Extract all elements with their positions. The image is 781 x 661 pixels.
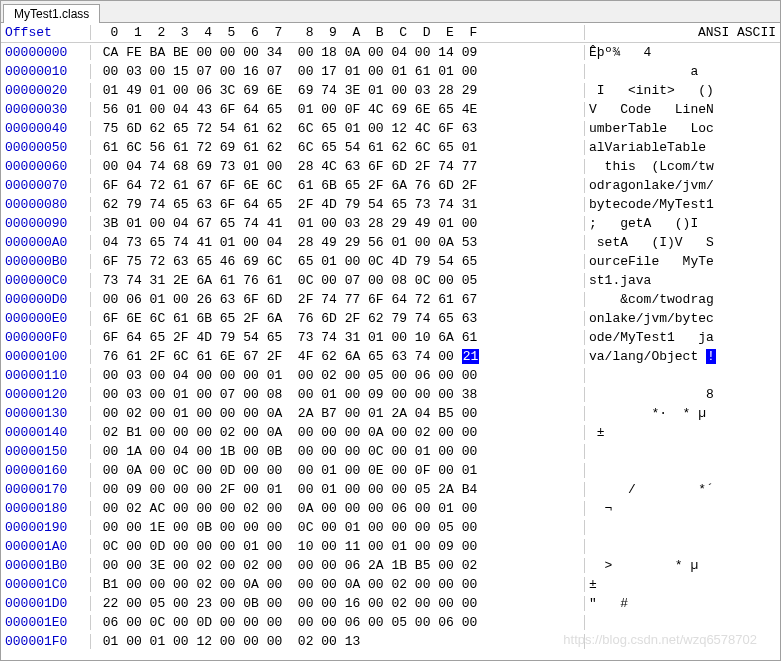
hex-row[interactable]: 000001B0 00 00 3E 00 02 00 02 00 00 00 0… xyxy=(1,556,780,575)
hex-cell[interactable]: B1 00 00 00 02 00 0A 00 00 00 0A 00 02 0… xyxy=(91,577,585,592)
hex-cell[interactable]: 6F 75 72 63 65 46 69 6C 65 01 00 0C 4D 7… xyxy=(91,254,585,269)
ansi-cell[interactable]: " # xyxy=(585,596,780,611)
hex-row[interactable]: 000000B0 6F 75 72 63 65 46 69 6C 65 01 0… xyxy=(1,252,780,271)
hex-cell[interactable]: 6F 64 65 2F 4D 79 54 65 73 74 31 01 00 1… xyxy=(91,330,585,345)
ansi-cell[interactable]: 8 xyxy=(585,387,780,402)
hex-row[interactable]: 000001C0 B1 00 00 00 02 00 0A 00 00 00 0… xyxy=(1,575,780,594)
hex-row[interactable]: 000001E0 06 00 0C 00 0D 00 00 00 00 00 0… xyxy=(1,613,780,632)
ansi-cell[interactable]: ± xyxy=(585,577,780,592)
hex-cell[interactable]: 00 04 74 68 69 73 01 00 28 4C 63 6F 6D 2… xyxy=(91,159,585,174)
hex-cell[interactable]: 04 73 65 74 41 01 00 04 28 49 29 56 01 0… xyxy=(91,235,585,250)
hex-row[interactable]: 00000150 00 1A 00 04 00 1B 00 0B 00 00 0… xyxy=(1,442,780,461)
hex-cell[interactable]: 01 49 01 00 06 3C 69 6E 69 74 3E 01 00 0… xyxy=(91,83,585,98)
hex-row[interactable]: 00000070 6F 64 72 61 67 6F 6E 6C 61 6B 6… xyxy=(1,176,780,195)
ansi-cell[interactable] xyxy=(585,368,780,383)
ansi-cell[interactable]: ± xyxy=(585,425,780,440)
ansi-cell[interactable]: ode/MyTest1 ja xyxy=(585,330,780,345)
ansi-cell[interactable] xyxy=(585,520,780,535)
hex-cell[interactable]: 00 06 01 00 26 63 6F 6D 2F 74 77 6F 64 7… xyxy=(91,292,585,307)
ansi-cell[interactable]: a xyxy=(585,64,780,79)
hex-cell[interactable]: 00 03 00 01 00 07 00 08 00 01 00 09 00 0… xyxy=(91,387,585,402)
hex-cell[interactable]: 22 00 05 00 23 00 0B 00 00 00 16 00 02 0… xyxy=(91,596,585,611)
hex-cell[interactable]: 00 09 00 00 00 2F 00 01 00 01 00 00 00 0… xyxy=(91,482,585,497)
ansi-cell[interactable] xyxy=(585,615,780,630)
hex-row[interactable]: 00000160 00 0A 00 0C 00 0D 00 00 00 01 0… xyxy=(1,461,780,480)
hex-cell[interactable]: 00 00 1E 00 0B 00 00 00 0C 00 01 00 00 0… xyxy=(91,520,585,535)
hex-row[interactable]: 00000060 00 04 74 68 69 73 01 00 28 4C 6… xyxy=(1,157,780,176)
hex-row[interactable]: 00000130 00 02 00 01 00 00 00 0A 2A B7 0… xyxy=(1,404,780,423)
ansi-cell[interactable]: st1.java xyxy=(585,273,780,288)
file-tab[interactable]: MyTest1.class xyxy=(3,4,100,23)
hex-row[interactable]: 000000A0 04 73 65 74 41 01 00 04 28 49 2… xyxy=(1,233,780,252)
hex-row[interactable]: 00000040 75 6D 62 65 72 54 61 62 6C 65 0… xyxy=(1,119,780,138)
ansi-cell[interactable] xyxy=(585,444,780,459)
hex-cell[interactable]: 61 6C 56 61 72 69 61 62 6C 65 54 61 62 6… xyxy=(91,140,585,155)
ansi-cell[interactable]: ¬ xyxy=(585,501,780,516)
hex-row[interactable]: 00000190 00 00 1E 00 0B 00 00 00 0C 00 0… xyxy=(1,518,780,537)
hex-cell[interactable]: 06 00 0C 00 0D 00 00 00 00 00 06 00 05 0… xyxy=(91,615,585,630)
hex-cell[interactable]: 62 79 74 65 63 6F 64 65 2F 4D 79 54 65 7… xyxy=(91,197,585,212)
hex-cell[interactable]: 00 02 AC 00 00 00 02 00 0A 00 00 00 06 0… xyxy=(91,501,585,516)
offset-cell: 00000080 xyxy=(1,197,91,212)
ansi-cell[interactable] xyxy=(585,539,780,554)
ansi-cell[interactable]: alVariableTable xyxy=(585,140,780,155)
hex-cell[interactable]: 73 74 31 2E 6A 61 76 61 0C 00 07 00 08 0… xyxy=(91,273,585,288)
ansi-cell[interactable]: ourceFile MyTe xyxy=(585,254,780,269)
hex-row[interactable]: 00000080 62 79 74 65 63 6F 64 65 2F 4D 7… xyxy=(1,195,780,214)
hex-row[interactable]: 00000000 CA FE BA BE 00 00 00 34 00 18 0… xyxy=(1,43,780,62)
ansi-cell[interactable]: / *´ xyxy=(585,482,780,497)
ansi-cell[interactable]: *· * µ xyxy=(585,406,780,421)
ansi-cell[interactable]: V Code LineN xyxy=(585,102,780,117)
ansi-cell[interactable]: > * µ xyxy=(585,558,780,573)
hex-cell[interactable]: CA FE BA BE 00 00 00 34 00 18 0A 00 04 0… xyxy=(91,45,585,60)
ansi-cell[interactable]: va/lang/Object ! xyxy=(585,349,780,364)
hex-cell[interactable]: 76 61 2F 6C 61 6E 67 2F 4F 62 6A 65 63 7… xyxy=(91,349,585,364)
hex-cell[interactable]: 00 03 00 04 00 00 00 01 00 02 00 05 00 0… xyxy=(91,368,585,383)
ansi-cell[interactable]: &com/twodrag xyxy=(585,292,780,307)
hex-row[interactable]: 000000D0 00 06 01 00 26 63 6F 6D 2F 74 7… xyxy=(1,290,780,309)
offset-cell: 00000070 xyxy=(1,178,91,193)
hex-cell[interactable]: 6F 64 72 61 67 6F 6E 6C 61 6B 65 2F 6A 7… xyxy=(91,178,585,193)
hex-cell[interactable]: 6F 6E 6C 61 6B 65 2F 6A 76 6D 2F 62 79 7… xyxy=(91,311,585,326)
hex-cell[interactable]: 00 03 00 15 07 00 16 07 00 17 01 00 01 6… xyxy=(91,64,585,79)
hex-cell[interactable]: 56 01 00 04 43 6F 64 65 01 00 0F 4C 69 6… xyxy=(91,102,585,117)
hex-row[interactable]: 00000020 01 49 01 00 06 3C 69 6E 69 74 3… xyxy=(1,81,780,100)
hex-row[interactable]: 00000050 61 6C 56 61 72 69 61 62 6C 65 5… xyxy=(1,138,780,157)
ansi-cell[interactable]: setA (I)V S xyxy=(585,235,780,250)
hex-row[interactable]: 000001A0 0C 00 0D 00 00 00 01 00 10 00 1… xyxy=(1,537,780,556)
hex-row[interactable]: 00000100 76 61 2F 6C 61 6E 67 2F 4F 62 6… xyxy=(1,347,780,366)
ansi-cell[interactable]: bytecode/MyTest1 xyxy=(585,197,780,212)
hex-row[interactable]: 00000180 00 02 AC 00 00 00 02 00 0A 00 0… xyxy=(1,499,780,518)
ansi-cell[interactable]: ; getA ()I xyxy=(585,216,780,231)
hex-row[interactable]: 00000170 00 09 00 00 00 2F 00 01 00 01 0… xyxy=(1,480,780,499)
hex-row[interactable]: 00000090 3B 01 00 04 67 65 74 41 01 00 0… xyxy=(1,214,780,233)
ansi-cell[interactable] xyxy=(585,634,780,649)
hex-cell[interactable]: 01 00 01 00 12 00 00 00 02 00 13 xyxy=(91,634,585,649)
hex-row[interactable]: 000000F0 6F 64 65 2F 4D 79 54 65 73 74 3… xyxy=(1,328,780,347)
ansi-cell[interactable]: odragonlake/jvm/ xyxy=(585,178,780,193)
ansi-cell[interactable]: this (Lcom/tw xyxy=(585,159,780,174)
hex-row[interactable]: 00000030 56 01 00 04 43 6F 64 65 01 00 0… xyxy=(1,100,780,119)
ansi-cell[interactable]: Êþº¾ 4 xyxy=(585,45,780,60)
hex-row[interactable]: 00000120 00 03 00 01 00 07 00 08 00 01 0… xyxy=(1,385,780,404)
hex-cell[interactable]: 3B 01 00 04 67 65 74 41 01 00 03 28 29 4… xyxy=(91,216,585,231)
ansi-cell[interactable] xyxy=(585,463,780,478)
hex-cell[interactable]: 75 6D 62 65 72 54 61 62 6C 65 01 00 12 4… xyxy=(91,121,585,136)
hex-row[interactable]: 00000110 00 03 00 04 00 00 00 01 00 02 0… xyxy=(1,366,780,385)
ansi-cell[interactable]: onlake/jvm/bytec xyxy=(585,311,780,326)
hex-cell[interactable]: 00 0A 00 0C 00 0D 00 00 00 01 00 0E 00 0… xyxy=(91,463,585,478)
hex-row[interactable]: 00000010 00 03 00 15 07 00 16 07 00 17 0… xyxy=(1,62,780,81)
ansi-cell[interactable]: umberTable Loc xyxy=(585,121,780,136)
hex-row[interactable]: 000000C0 73 74 31 2E 6A 61 76 61 0C 00 0… xyxy=(1,271,780,290)
hex-row[interactable]: 000001F0 01 00 01 00 12 00 00 00 02 00 1… xyxy=(1,632,780,651)
hex-cell[interactable]: 00 02 00 01 00 00 00 0A 2A B7 00 01 2A 0… xyxy=(91,406,585,421)
hex-rows[interactable]: 00000000 CA FE BA BE 00 00 00 34 00 18 0… xyxy=(1,43,780,651)
hex-cell[interactable]: 0C 00 0D 00 00 00 01 00 10 00 11 00 01 0… xyxy=(91,539,585,554)
hex-row[interactable]: 000001D0 22 00 05 00 23 00 0B 00 00 00 1… xyxy=(1,594,780,613)
hex-cell[interactable]: 00 1A 00 04 00 1B 00 0B 00 00 00 0C 00 0… xyxy=(91,444,585,459)
hex-row[interactable]: 00000140 02 B1 00 00 00 02 00 0A 00 00 0… xyxy=(1,423,780,442)
hex-row[interactable]: 000000E0 6F 6E 6C 61 6B 65 2F 6A 76 6D 2… xyxy=(1,309,780,328)
hex-cell[interactable]: 00 00 3E 00 02 00 02 00 00 00 06 2A 1B B… xyxy=(91,558,585,573)
hex-cell[interactable]: 02 B1 00 00 00 02 00 0A 00 00 00 0A 00 0… xyxy=(91,425,585,440)
ansi-cell[interactable]: I <init> () xyxy=(585,83,780,98)
